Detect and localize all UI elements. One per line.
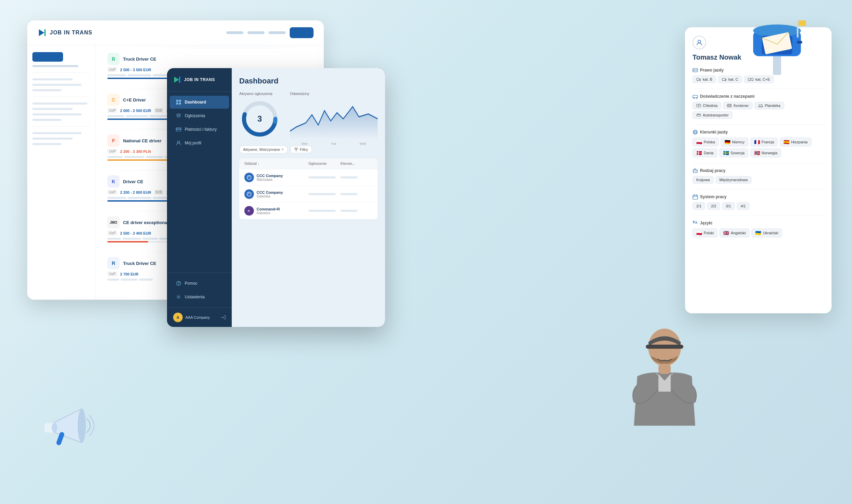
dashboard-logo: JOB IN TRANS	[167, 68, 232, 92]
svg-rect-6	[176, 103, 178, 105]
active-stat-label: Aktywne ogłoszenia	[239, 92, 283, 96]
tag-miedzynarodowa[interactable]: Międzynarodowa	[716, 176, 751, 184]
svg-rect-26	[699, 79, 701, 80]
svg-point-39	[696, 98, 697, 99]
svg-rect-4	[176, 100, 178, 102]
tag-kat-b[interactable]: kat. B	[693, 76, 716, 83]
filter-button[interactable]: Filtry	[290, 146, 312, 153]
tag-2-1[interactable]: 2/1	[693, 202, 705, 210]
tag-francja[interactable]: 🇫🇷 Francja	[750, 138, 778, 146]
svg-rect-43	[730, 105, 731, 106]
megaphone-decoration	[34, 395, 102, 463]
tag-polski[interactable]: 🇵🇱 Polski	[693, 229, 717, 237]
svg-point-27	[697, 80, 698, 81]
svg-marker-2	[174, 77, 179, 83]
nav-pomoc[interactable]: Pomoc	[170, 277, 229, 290]
svg-rect-29	[722, 78, 726, 80]
sidebar-filter-4	[32, 132, 90, 145]
tag-polska[interactable]: 🇵🇱 Polska	[693, 138, 719, 146]
job-title-4: Driver CE	[123, 179, 143, 184]
tag-4-1[interactable]: 4/1	[737, 202, 749, 210]
row1-city: Warszawa	[257, 178, 283, 182]
salary-value-5: 2 500 - 3 400 EUR	[120, 231, 151, 235]
nav-pill-3[interactable]	[269, 31, 286, 34]
nav-ogloszenia[interactable]: Ogłoszenia	[170, 109, 229, 122]
donut-number: 3	[257, 114, 262, 124]
tag-3-1[interactable]: 3/1	[722, 202, 735, 210]
company-logo-1: B	[107, 53, 120, 65]
dashboard-icon	[176, 99, 181, 105]
salary-value-4: 2 200 - 2 800 EUR	[120, 190, 151, 194]
tag-hiszpania[interactable]: 🇪🇸 Hiszpania	[780, 138, 811, 146]
active-filter-chip[interactable]: Aktywne, Wstrzymane ×	[239, 145, 288, 154]
tag-kat-ce[interactable]: kat. C+E	[744, 76, 774, 83]
dashboard-logo-text: JOB IN TRANS	[184, 77, 215, 82]
mailbox-svg	[743, 7, 811, 75]
dashboard-logo-icon	[173, 76, 181, 84]
dashboard-table: Oddział ↓ Ogłoszenie Kierow... CCC Compa…	[239, 158, 378, 219]
svg-rect-23	[696, 69, 697, 70]
table-row-1[interactable]: CCC Company Warszawa	[239, 169, 378, 186]
svg-point-32	[725, 80, 726, 81]
svg-point-38	[694, 98, 695, 99]
svg-text:R: R	[248, 209, 250, 212]
salary-value-1: 2 500 - 3 500 EUR	[120, 68, 151, 72]
dashboard-nav: Dashboard Ogłoszenia Płatności i faktury	[167, 92, 232, 272]
user-profile-icon	[696, 39, 703, 46]
nav-pill-1[interactable]	[226, 31, 243, 34]
nav-pill-2[interactable]	[247, 31, 264, 34]
salary-label-1: UoP	[107, 67, 117, 72]
progress-bar-5	[107, 241, 148, 242]
sidebar-active-filter[interactable]	[32, 52, 63, 62]
divider-4	[693, 189, 824, 189]
nav-pomoc-label: Pomoc	[185, 281, 197, 286]
kontener-icon	[727, 104, 732, 108]
table-row-3[interactable]: R Command+R Katowice	[239, 203, 378, 219]
tag-krajowa[interactable]: Krajowa	[693, 176, 714, 184]
svg-rect-42	[728, 105, 729, 106]
svg-point-31	[723, 80, 724, 81]
svg-rect-1	[44, 29, 46, 36]
nav-pill-active[interactable]	[290, 27, 314, 38]
left-logo-text: JOB IN TRANS	[50, 30, 92, 36]
jezyki-tags: 🇵🇱 Polski 🇬🇧 Angielski 🇺🇦 Ukraiński	[693, 229, 824, 237]
tag-niemcy[interactable]: 🇩🇪 Niemcy	[721, 138, 748, 146]
tag-choldnia[interactable]: Chłodnia	[693, 102, 721, 109]
sidebar-filter-2	[32, 78, 90, 91]
tag-plandeka[interactable]: Plandeka	[755, 102, 784, 109]
tag-angielski[interactable]: 🇬🇧 Angielski	[719, 229, 749, 237]
nav-platnosci[interactable]: Płatności i faktury	[170, 123, 229, 136]
svg-point-12	[178, 284, 179, 285]
logout-icon	[221, 315, 226, 320]
tag-norwegia[interactable]: 🇳🇴 Norwegia	[750, 148, 781, 157]
tag-dania[interactable]: 🇩🇰 Dania	[693, 148, 717, 157]
user-nav-icon	[176, 140, 181, 146]
tag-2-2[interactable]: 2/2	[707, 202, 720, 210]
company-footer[interactable]: A AAA Company	[167, 308, 232, 327]
chip-close[interactable]: ×	[282, 147, 284, 152]
svg-rect-24	[696, 70, 697, 71]
left-logo: JOB IN TRANS	[37, 28, 92, 37]
nav-ustawienia[interactable]: Ustawienia	[170, 290, 229, 303]
svg-point-13	[178, 296, 180, 298]
company-avatar: A	[173, 313, 183, 322]
table-row-2[interactable]: CCC Company Gdańska	[239, 186, 378, 203]
svg-rect-25	[697, 78, 699, 80]
nav-dashboard[interactable]: Dashboard	[170, 96, 229, 109]
translate-icon	[693, 220, 698, 226]
tag-kat-c[interactable]: kat. C	[718, 76, 742, 83]
autotransporter-icon	[696, 113, 701, 117]
tag-autotransporter[interactable]: Autotransporter	[693, 111, 732, 119]
company-logo-3: F	[107, 135, 120, 147]
mailbox-decoration	[743, 7, 811, 75]
plandeka-icon	[758, 104, 763, 108]
tag-ukrainski[interactable]: 🇺🇦 Ukraiński	[751, 229, 782, 237]
nav-profil[interactable]: Mój profil	[170, 137, 229, 149]
sidebar-filter-1	[32, 52, 90, 67]
prawo-jazdy-tags: kat. B kat. C kat. C+E	[693, 76, 824, 83]
tag-kontener[interactable]: Kontener	[723, 102, 752, 109]
row1-cell	[308, 176, 340, 178]
tag-szwecja[interactable]: 🇸🇪 Szwecja	[719, 148, 748, 157]
salary-value-6: 2 700 EUR	[120, 272, 138, 276]
doswiadczenie-tags: Chłodnia Kontener Plandeka Autotranspo	[693, 102, 824, 119]
